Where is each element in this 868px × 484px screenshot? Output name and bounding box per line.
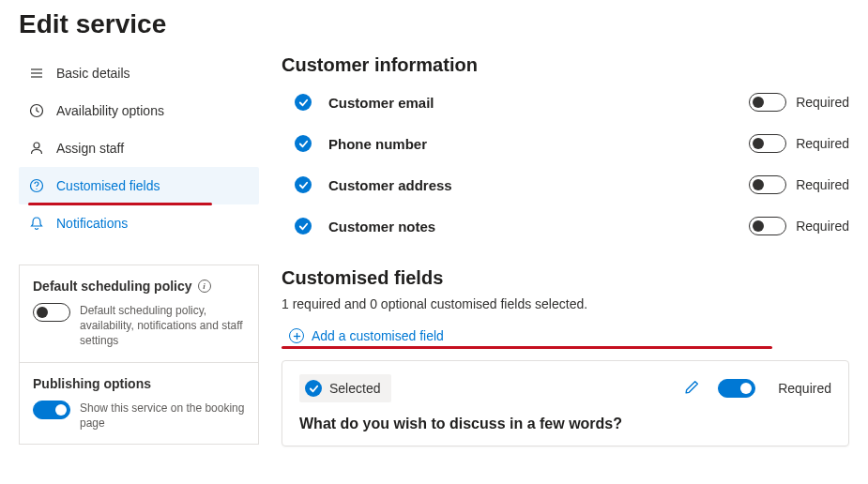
required-label: Required [796, 177, 849, 192]
checkmark-icon [305, 380, 322, 397]
required-label: Required [796, 219, 849, 234]
required-label: Required [796, 95, 849, 110]
card-title: Publishing options [33, 376, 151, 391]
sidebar-item-basic-details[interactable]: Basic details [19, 54, 259, 92]
customer-info-row-notes: Customer notes Required [295, 217, 849, 235]
bell-icon [28, 215, 45, 232]
checkmark-icon [295, 176, 312, 193]
sidebar-item-label: Basic details [56, 66, 130, 81]
sidebar-item-label: Availability options [56, 103, 164, 118]
list-icon [28, 65, 45, 82]
sidebar-item-notifications[interactable]: Notifications [19, 204, 259, 242]
default-policy-description: Default scheduling policy, availability,… [80, 303, 245, 349]
question-text: What do you wish to discuss in a few wor… [299, 416, 831, 432]
card-title: Default scheduling policy [33, 279, 192, 294]
customer-info-row-email: Customer email Required [295, 93, 849, 112]
required-toggle[interactable] [749, 93, 786, 112]
svg-point-4 [34, 143, 39, 148]
info-icon[interactable]: i [198, 280, 211, 293]
question-required-toggle[interactable] [718, 379, 755, 398]
selected-chip-label: Selected [329, 381, 380, 396]
customised-fields-heading: Customised fields [282, 267, 849, 289]
annotation-underline [28, 203, 212, 205]
customer-info-row-phone: Phone number Required [295, 134, 849, 153]
field-label: Customer notes [328, 219, 749, 234]
sidebar-item-label: Customised fields [56, 178, 160, 193]
checkmark-icon [295, 94, 312, 111]
required-toggle[interactable] [749, 134, 786, 153]
sidebar-item-availability[interactable]: Availability options [19, 92, 259, 129]
plus-circle-icon [289, 328, 304, 343]
required-toggle[interactable] [749, 175, 786, 194]
add-customised-field-button[interactable]: Add a customised field [282, 328, 444, 347]
edit-button[interactable] [678, 375, 705, 401]
publishing-toggle[interactable] [33, 401, 70, 419]
required-label: Required [778, 381, 831, 396]
svg-point-6 [36, 189, 37, 189]
add-customised-field-label: Add a customised field [312, 328, 444, 343]
sidebar-item-label: Assign staff [56, 141, 124, 156]
publishing-description: Show this service on the booking page [80, 401, 245, 431]
field-label: Customer address [328, 177, 749, 193]
sidebar-item-assign-staff[interactable]: Assign staff [19, 129, 259, 167]
default-policy-toggle[interactable] [33, 303, 70, 322]
customer-information-heading: Customer information [282, 54, 849, 76]
clock-icon [28, 102, 45, 119]
question-circle-icon [28, 177, 45, 194]
customised-fields-summary: 1 required and 0 optional customised fie… [282, 296, 849, 311]
field-label: Customer email [328, 95, 749, 111]
page-title: Edit service [19, 9, 849, 39]
main-content: Customer information Customer email Requ… [282, 54, 849, 446]
sidebar-item-label: Notifications [56, 216, 128, 231]
selected-chip[interactable]: Selected [299, 374, 391, 402]
sidebar: Basic details Availability options Assig… [19, 54, 259, 446]
person-icon [28, 140, 45, 157]
annotation-underline [282, 346, 772, 349]
field-label: Phone number [328, 136, 749, 152]
pencil-icon [684, 379, 700, 398]
custom-question-card: Selected Required What do you wish to di… [282, 360, 849, 446]
publishing-options-card: Publishing options Show this service on … [19, 363, 259, 445]
required-toggle[interactable] [749, 217, 786, 235]
checkmark-icon [295, 135, 312, 152]
customer-info-row-address: Customer address Required [295, 175, 849, 194]
checkmark-icon [295, 218, 312, 234]
required-label: Required [796, 136, 849, 151]
default-scheduling-policy-card: Default scheduling policy i Default sche… [19, 265, 259, 363]
sidebar-item-customised-fields[interactable]: Customised fields [19, 167, 259, 204]
